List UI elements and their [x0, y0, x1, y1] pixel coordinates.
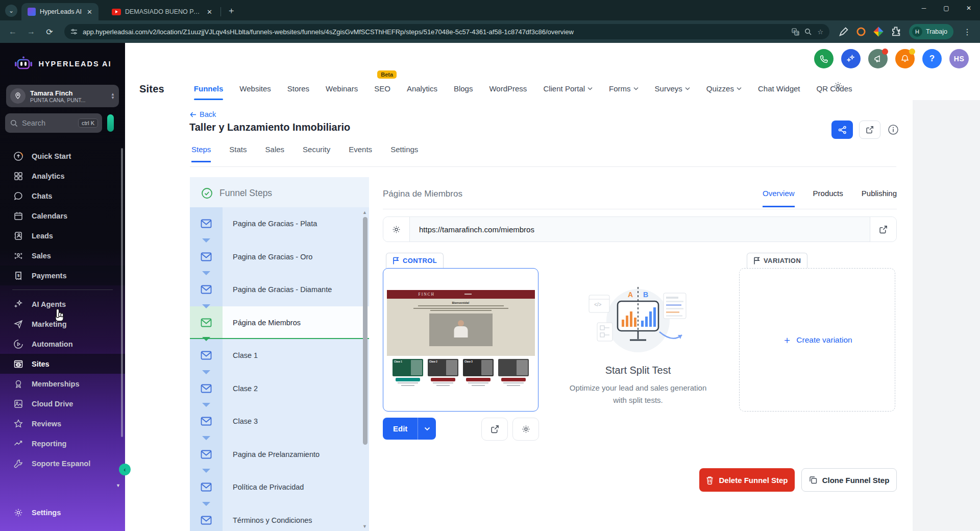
orange-o-extension-icon[interactable] [855, 26, 867, 37]
new-tab-button[interactable]: ＋ [227, 5, 236, 16]
nav-webinars[interactable]: Webinars [326, 84, 358, 94]
account-switcher[interactable]: Tamara Finch PUNTA CANA, PUNT... ▲▼ [6, 85, 119, 107]
search-input[interactable] [22, 119, 66, 127]
control-preview-card[interactable]: FINCH Bienvenida! Clase 1 Cla [383, 268, 538, 412]
sidebar-item-automation[interactable]: Automation [0, 334, 125, 354]
nav-chat-widget[interactable]: Chat Widget [758, 84, 800, 94]
zoom-icon[interactable] [804, 28, 812, 36]
close-tab-icon[interactable]: ✕ [86, 8, 93, 16]
sidebar-item-reviews[interactable]: Reviews [0, 414, 125, 433]
browser-profile-chip[interactable]: H Trabajo [909, 24, 953, 39]
tab-search-button[interactable]: ⌄ [5, 5, 17, 17]
sidebar-search[interactable]: ctrl K [5, 113, 102, 133]
funnels-settings-gear-icon[interactable] [833, 81, 843, 91]
nav-wordpress[interactable]: WordPress [489, 84, 527, 94]
sidebar-collapse-button[interactable]: ‹ [119, 464, 131, 475]
sidebar-scrollbar[interactable] [121, 148, 123, 437]
user-avatar[interactable]: HS [949, 49, 969, 68]
nav-stores[interactable]: Stores [287, 84, 309, 94]
help-button[interactable]: ? [922, 49, 942, 68]
sidebar-item-memberships[interactable]: Memberships [0, 374, 125, 394]
sidebar-item-analytics[interactable]: Analytics [0, 166, 125, 186]
address-bar[interactable]: app.hyperleadsai.com/v2/location/Z1uuzjj… [64, 24, 829, 39]
sidebar-item-chats[interactable]: Chats [0, 186, 125, 206]
nav-surveys[interactable]: Surveys [655, 84, 690, 94]
sidebar-item-sales[interactable]: Sales [0, 246, 125, 266]
funnel-step-row[interactable]: Política de Privacidad [190, 471, 369, 504]
tab-stats[interactable]: Stats [229, 145, 247, 162]
funnel-step-row[interactable]: Clase 3 [190, 405, 369, 438]
funnel-step-row[interactable]: Pagina de Gracias - Plata [190, 207, 369, 240]
edit-button[interactable]: Edit [383, 418, 418, 440]
sidebar-item-payments[interactable]: $ Payments [0, 266, 125, 285]
sidebar-item-quick-start[interactable]: Quick Start [0, 146, 125, 166]
back-nav-icon[interactable]: ← [5, 24, 20, 39]
tab-publishing[interactable]: Publishing [862, 189, 897, 207]
sidebar-item-reporting[interactable]: Reporting [0, 433, 125, 453]
tab-sales[interactable]: Sales [265, 145, 285, 162]
url-settings-button[interactable] [383, 217, 410, 242]
tab-overview[interactable]: Overview [763, 189, 795, 207]
nav-websites[interactable]: Websites [239, 84, 271, 94]
share-button[interactable] [831, 120, 853, 139]
preview-open-button[interactable] [481, 418, 508, 441]
nav-client-portal[interactable]: Client Portal [543, 84, 593, 94]
close-window-button[interactable]: ✕ [958, 0, 980, 16]
translate-icon[interactable]: a文 [792, 28, 799, 36]
tab-settings[interactable]: Settings [390, 145, 418, 162]
browser-tab-youtube[interactable]: DEMASIADO BUENO PARA SER ✕ [106, 3, 218, 20]
sparkles-button[interactable] [841, 49, 861, 68]
funnel-step-row[interactable]: Pagina de Prelanzamiento [190, 438, 369, 471]
sidebar-item-settings[interactable]: Settings [0, 502, 125, 522]
sidebar-item-leads[interactable]: Leads [0, 226, 125, 246]
step-list-scrollbar[interactable] [363, 217, 368, 445]
browser-tab-active[interactable]: HyperLeads AI ✕ [21, 3, 99, 20]
minimize-button[interactable]: ─ [913, 0, 935, 16]
tab-events[interactable]: Events [349, 145, 372, 162]
funnel-step-row[interactable]: Términos y Condiciones [190, 504, 369, 531]
bookmark-star-icon[interactable]: ☆ [817, 28, 823, 36]
rewards-pill-button[interactable] [107, 114, 114, 132]
funnel-step-row[interactable]: Clase 2 [190, 372, 369, 405]
nav-quizzes[interactable]: Quizzes [706, 84, 742, 94]
maximize-button[interactable]: ▢ [935, 0, 958, 16]
site-settings-icon[interactable] [70, 28, 78, 35]
clone-funnel-step-button[interactable]: Clone Funnel Step [801, 468, 897, 492]
reload-icon[interactable]: ⟳ [42, 24, 57, 39]
extensions-puzzle-icon[interactable] [890, 26, 901, 37]
sidebar-item-soporte-espanol[interactable]: Soporte Espanol [0, 453, 125, 473]
funnel-step-row-selected[interactable]: Página de Miembros [190, 306, 369, 340]
sidebar-item-sites[interactable]: Sites [0, 354, 125, 374]
tab-products[interactable]: Products [813, 189, 843, 207]
edit-dropdown-button[interactable] [418, 418, 436, 440]
nav-seo[interactable]: BetaSEO [374, 84, 390, 94]
funnel-step-row[interactable]: Pagina de Gracias - Oro [190, 240, 369, 274]
tab-security[interactable]: Security [303, 145, 330, 162]
create-variation-button[interactable]: ＋ Create variation [782, 335, 852, 345]
phone-button[interactable] [814, 49, 834, 68]
browser-menu-icon[interactable]: ⋮ [960, 24, 975, 39]
diamond-extension-icon[interactable] [873, 26, 884, 37]
notifications-button[interactable] [895, 49, 915, 68]
nav-funnels[interactable]: Funnels [194, 84, 224, 94]
open-url-button[interactable] [870, 217, 896, 242]
info-icon[interactable] [888, 124, 899, 135]
delete-funnel-step-button[interactable]: Delete Funnel Step [699, 468, 795, 492]
forward-nav-icon[interactable]: → [23, 24, 39, 39]
pen-extension-icon[interactable] [838, 26, 849, 37]
sidebar-item-cloud-drive[interactable]: Cloud Drive [0, 394, 125, 414]
funnel-step-row[interactable]: Pagina de Gracias - Diamante [190, 273, 369, 306]
sidebar-item-calendars[interactable]: Calendars [0, 206, 125, 226]
announcements-button[interactable] [868, 49, 888, 68]
funnel-step-row[interactable]: Clase 1 [190, 339, 369, 372]
back-link[interactable]: Back [190, 110, 216, 118]
open-in-new-button[interactable] [859, 120, 880, 139]
nav-forms[interactable]: Forms [609, 84, 639, 94]
nav-blogs[interactable]: Blogs [454, 84, 473, 94]
scroll-up-arrow-icon[interactable]: ▲ [362, 210, 367, 215]
nav-analytics[interactable]: Analytics [407, 84, 437, 94]
scroll-down-arrow-icon[interactable]: ▼ [362, 524, 367, 529]
preview-settings-button[interactable] [512, 418, 539, 441]
tab-steps[interactable]: Steps [191, 145, 211, 162]
close-tab-icon[interactable]: ✕ [206, 8, 213, 16]
